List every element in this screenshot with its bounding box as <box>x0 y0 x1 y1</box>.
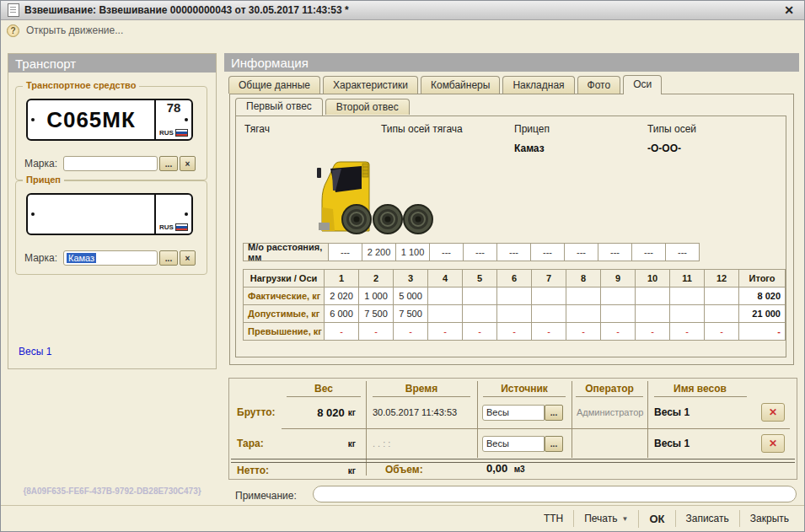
row-divider <box>282 428 790 429</box>
load-cell-excess-12[interactable]: - <box>705 323 739 341</box>
tab-photo[interactable]: Фото <box>577 76 621 94</box>
plate-bolt-icon <box>31 212 35 216</box>
load-cell-allowed-10[interactable] <box>636 305 670 323</box>
distance-cell-6[interactable]: --- <box>496 243 531 261</box>
scales-link[interactable]: Весы 1 <box>19 346 51 357</box>
load-cell-actual-4[interactable] <box>428 287 463 305</box>
footer-button-ttn[interactable]: ТТН <box>534 510 573 527</box>
load-cell-excess-11[interactable]: - <box>670 323 705 341</box>
open-movement-button[interactable]: Открыть движение... <box>26 24 123 36</box>
distance-cell-2[interactable]: 2 200 <box>362 243 396 261</box>
distance-cell-10[interactable]: --- <box>631 243 666 261</box>
footer-button-close[interactable]: Закрыть <box>739 510 799 527</box>
load-cell-actual-2[interactable]: 1 000 <box>359 287 394 305</box>
distance-cell-5[interactable]: --- <box>463 243 497 261</box>
distance-cell-11[interactable]: --- <box>665 243 700 261</box>
load-cell-excess-9[interactable]: - <box>601 323 636 341</box>
tara-weight-cell[interactable]: кг <box>282 428 366 459</box>
distance-cell-8[interactable]: --- <box>564 243 598 261</box>
footer-button-save[interactable]: Записать <box>675 510 739 527</box>
load-cell-allowed-9[interactable] <box>601 305 636 323</box>
tab-general[interactable]: Общие данные <box>228 76 320 94</box>
help-icon[interactable]: ? <box>7 24 19 37</box>
load-cell-actual-3[interactable]: 5 000 <box>394 287 428 305</box>
load-cell-allowed-1[interactable]: 6 000 <box>325 305 359 323</box>
load-cell-excess-1[interactable]: - <box>325 323 359 341</box>
trailer-brand-picker-button[interactable]: ... <box>159 250 178 266</box>
vehicle-brand-field[interactable] <box>63 156 158 171</box>
load-cell-actual-1[interactable]: 2 020 <box>325 287 359 305</box>
trailer-brand-field[interactable]: Камаз <box>63 250 158 266</box>
tab-axes[interactable]: Оси <box>623 75 662 94</box>
load-cell-allowed-8[interactable] <box>566 305 601 323</box>
plate-bolt-icon <box>185 212 188 216</box>
load-cell-excess-3[interactable]: - <box>394 323 428 341</box>
load-cell-allowed-12[interactable] <box>705 305 739 323</box>
load-cell-actual-11[interactable] <box>670 287 705 305</box>
weighing-results-panel: ВесВремяИсточникОператорИмя весов Брутто… <box>228 378 797 480</box>
column-divider <box>477 381 478 458</box>
load-cell-excess-6[interactable]: - <box>497 323 532 341</box>
volume-value[interactable]: 0,00 <box>486 462 507 475</box>
loads-header-row: Нагрузки / Оси123456789101112Итого <box>244 270 786 287</box>
brutto-source-picker-button[interactable]: ... <box>545 405 563 421</box>
subtab-second-weigh[interactable]: Второй отвес <box>325 99 410 115</box>
distance-cell-4[interactable]: --- <box>429 243 464 261</box>
load-cell-actual-9[interactable] <box>601 287 636 305</box>
load-cell-actual-10[interactable] <box>636 287 670 305</box>
axle-header-5: 5 <box>463 270 497 287</box>
note-input[interactable] <box>313 486 797 502</box>
brutto-delete-button[interactable]: ✕ <box>761 403 785 422</box>
load-cell-allowed-5[interactable] <box>463 305 497 323</box>
load-cell-excess-7[interactable]: - <box>532 323 566 341</box>
vehicle-brand-clear-button[interactable]: × <box>180 156 196 171</box>
load-cell-actual-6[interactable] <box>497 287 532 305</box>
tara-delete-button[interactable]: ✕ <box>761 434 785 453</box>
subtab-first-weigh[interactable]: Первый отвес <box>235 98 323 116</box>
vehicle-brand-picker-button[interactable]: ... <box>159 156 178 171</box>
distance-cell-7[interactable]: --- <box>530 243 565 261</box>
trailer-plate-country: RUS <box>159 223 174 231</box>
axle-types-value: -О-ОО- <box>647 142 681 154</box>
load-cell-actual-8[interactable] <box>566 287 601 305</box>
load-cell-actual-12[interactable] <box>705 287 739 305</box>
tab-combines[interactable]: Комбайнеры <box>421 76 500 94</box>
load-cell-excess-10[interactable]: - <box>636 323 670 341</box>
load-cell-excess-4[interactable]: - <box>428 323 463 341</box>
distance-cell-3[interactable]: 1 100 <box>395 243 430 261</box>
brutto-weight-cell[interactable]: 8 020кг <box>282 397 366 427</box>
tara-source-picker-button[interactable]: ... <box>545 436 563 452</box>
trailer-brand-clear-button[interactable]: × <box>180 250 196 266</box>
load-cell-actual-7[interactable] <box>532 287 566 305</box>
load-cell-excess-5[interactable]: - <box>463 323 497 341</box>
tab-invoice[interactable]: Накладная <box>502 76 574 94</box>
vehicle-plate-country: RUS <box>159 129 174 137</box>
footer-button-ok[interactable]: ОК <box>638 510 674 528</box>
load-cell-allowed-2[interactable]: 7 500 <box>359 305 394 323</box>
distance-cell-9[interactable]: --- <box>598 243 632 261</box>
load-cell-allowed-4[interactable] <box>428 305 463 323</box>
load-cell-allowed-11[interactable] <box>670 305 705 323</box>
weigh-column-header-text: Оператор <box>576 383 642 397</box>
brutto-source-value[interactable]: Весы <box>482 405 545 421</box>
distance-cell-1[interactable]: --- <box>328 243 362 261</box>
load-cell-allowed-3[interactable]: 7 500 <box>394 305 428 323</box>
brutto-source-field: Весы... <box>482 405 563 421</box>
load-cell-excess-8[interactable]: - <box>566 323 601 341</box>
load-cell-allowed-7[interactable] <box>532 305 566 323</box>
weigh-column-header-text: Источник <box>483 383 566 397</box>
load-cell-actual-5[interactable] <box>463 287 497 305</box>
load-cell-excess-2[interactable]: - <box>359 323 394 341</box>
weigh-column-header-2: Источник <box>477 381 572 397</box>
vehicle-plate-region: 78 <box>167 102 181 114</box>
tara-source-value[interactable]: Весы <box>482 436 545 452</box>
load-cell-allowed-6[interactable] <box>497 305 532 323</box>
footer-button-print[interactable]: Печать▼ <box>573 510 638 527</box>
volume-label: Объем: <box>385 464 423 476</box>
tara-time-value[interactable]: . . : : <box>366 428 477 459</box>
brutto-delete-cell: ✕ <box>753 397 798 427</box>
tab-characteristics[interactable]: Характеристики <box>323 76 418 94</box>
vehicle-brand-label: Марка: <box>24 158 63 169</box>
close-icon[interactable]: ✕ <box>781 3 797 17</box>
brutto-time-value[interactable]: 30.05.2017 11:43:53 <box>366 397 477 427</box>
